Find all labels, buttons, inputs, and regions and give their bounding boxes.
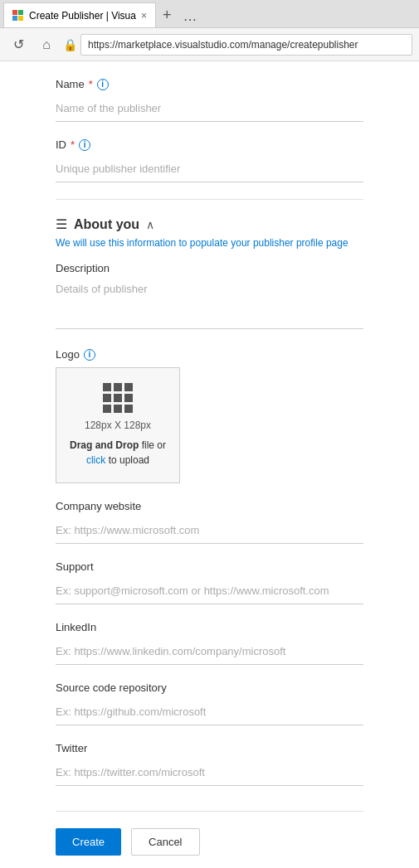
source-label: Source code repository bbox=[56, 681, 363, 694]
create-button[interactable]: Create bbox=[56, 828, 121, 856]
section-list-icon: ☰ bbox=[56, 216, 67, 232]
button-row: Create Cancel bbox=[56, 811, 363, 856]
new-tab-button[interactable]: + bbox=[156, 2, 178, 27]
company-input[interactable] bbox=[56, 517, 363, 544]
tab-menu-icon[interactable]: ⋯ bbox=[178, 12, 202, 27]
logo-grid-icon bbox=[103, 383, 133, 413]
tab-bar: Create Publisher | Visua × + ⋯ bbox=[0, 0, 419, 28]
section-divider bbox=[56, 199, 363, 200]
description-input[interactable] bbox=[56, 279, 363, 329]
support-field-group: Support bbox=[56, 560, 363, 604]
logo-drag-text: Drag and Drop file or click to upload bbox=[70, 438, 166, 468]
name-info-icon[interactable]: i bbox=[97, 79, 109, 90]
id-field-group: ID * i bbox=[56, 138, 363, 182]
cancel-button[interactable]: Cancel bbox=[131, 828, 199, 856]
linkedin-input[interactable] bbox=[56, 638, 363, 665]
logo-info-icon[interactable]: i bbox=[84, 349, 95, 361]
page-content: Name * i ID * i ☰ About you ∧ We will us… bbox=[0, 61, 419, 868]
linkedin-field-group: LinkedIn bbox=[56, 621, 363, 665]
id-input[interactable] bbox=[56, 156, 363, 182]
description-label: Description bbox=[56, 262, 363, 274]
tab-close-button[interactable]: × bbox=[141, 10, 147, 22]
logo-click-link[interactable]: click bbox=[86, 454, 105, 466]
twitter-field-group: Twitter bbox=[56, 742, 363, 786]
address-bar[interactable] bbox=[80, 34, 412, 56]
section-subtitle: We will use this information to populate… bbox=[56, 237, 363, 249]
logo-size-text: 128px X 128px bbox=[85, 419, 151, 431]
description-field-group: Description bbox=[56, 262, 363, 332]
logo-field-group: Logo i 128px X 128px Drag and Drop file … bbox=[56, 348, 363, 483]
company-label: Company website bbox=[56, 500, 363, 512]
nav-bar: ↺ ⌂ 🔒 bbox=[0, 28, 419, 61]
logo-upload-text: to upload bbox=[109, 454, 149, 466]
name-input[interactable] bbox=[56, 95, 363, 122]
tab-favicon bbox=[12, 10, 24, 22]
logo-file-text: file or bbox=[142, 439, 166, 451]
id-required: * bbox=[71, 138, 75, 151]
active-tab[interactable]: Create Publisher | Visua × bbox=[3, 2, 156, 27]
reload-button[interactable]: ↺ bbox=[7, 33, 30, 56]
home-button[interactable]: ⌂ bbox=[35, 33, 58, 56]
id-label: ID * i bbox=[56, 138, 363, 151]
tab-title: Create Publisher | Visua bbox=[29, 10, 136, 22]
logo-label: Logo i bbox=[56, 348, 363, 361]
section-title: About you bbox=[74, 217, 139, 232]
about-section-header: ☰ About you ∧ bbox=[56, 216, 363, 232]
twitter-input[interactable] bbox=[56, 759, 363, 786]
logo-upload-area[interactable]: 128px X 128px Drag and Drop file or clic… bbox=[56, 367, 180, 483]
name-field-group: Name * i bbox=[56, 78, 363, 122]
logo-drag-label: Drag and Drop bbox=[70, 439, 139, 451]
source-field-group: Source code repository bbox=[56, 681, 363, 725]
linkedin-label: LinkedIn bbox=[56, 621, 363, 633]
name-label: Name * i bbox=[56, 78, 363, 90]
id-info-icon[interactable]: i bbox=[79, 139, 90, 151]
collapse-icon[interactable]: ∧ bbox=[146, 218, 154, 231]
source-input[interactable] bbox=[56, 699, 363, 725]
company-field-group: Company website bbox=[56, 500, 363, 544]
support-label: Support bbox=[56, 560, 363, 573]
twitter-label: Twitter bbox=[56, 742, 363, 754]
lock-icon: 🔒 bbox=[63, 38, 77, 51]
support-input[interactable] bbox=[56, 578, 363, 604]
name-required: * bbox=[89, 78, 93, 90]
